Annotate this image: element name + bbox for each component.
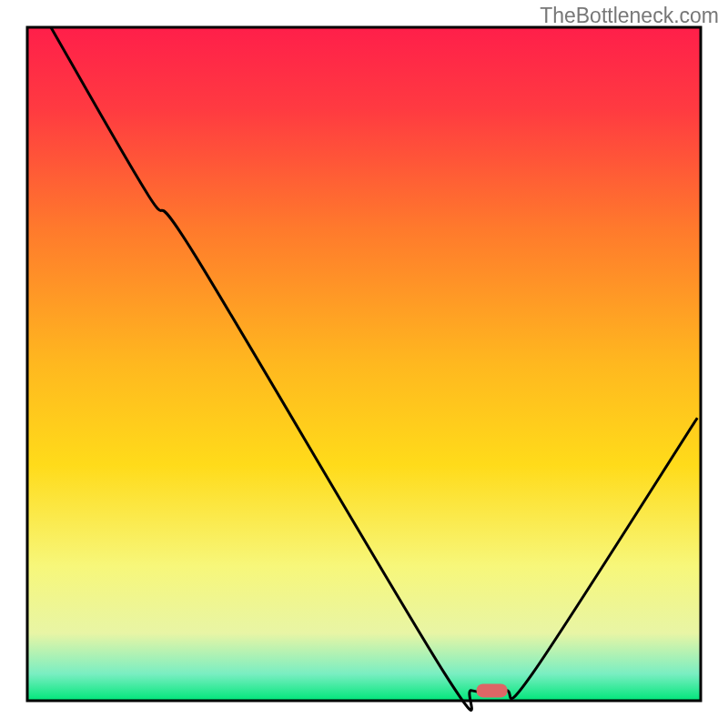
- watermark-text: TheBottleneck.com: [540, 4, 719, 28]
- chart-svg: [0, 0, 728, 728]
- plot-background: [27, 27, 701, 701]
- optimum-marker: [477, 683, 508, 697]
